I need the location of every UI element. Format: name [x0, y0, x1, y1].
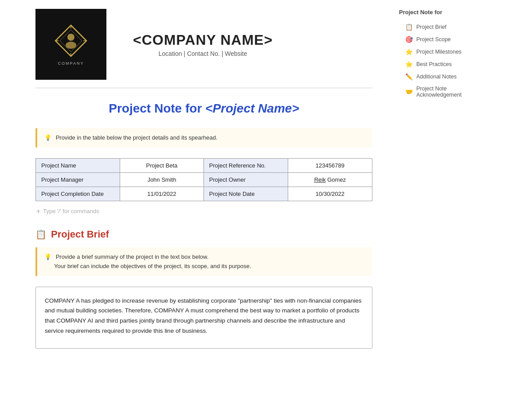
page-title-italic: <Project Name>: [205, 101, 299, 115]
header-section: COMPANY <COMPANY NAME> Location | Contac…: [35, 9, 372, 88]
info-box-1: 💡 Provide in the table below the project…: [35, 128, 372, 148]
sidebar-item-additional-notes[interactable]: ✏️ Additional Notes: [399, 71, 483, 82]
sidebar-label-scope: Project Scope: [416, 36, 451, 43]
sidebar-label-ack: Project Note Acknowledgement: [416, 86, 481, 98]
table-row: Project Completion Date 11/01/2022 Proje…: [36, 187, 372, 201]
table-row: Project Name Project Beta Project Refere…: [36, 158, 372, 172]
logo-diamond: [53, 23, 89, 58]
sidebar-icon-milestones: ⭐: [405, 48, 413, 55]
table-cell-label: Project Owner: [203, 172, 288, 187]
table-cell-label: Project Completion Date: [36, 187, 120, 201]
svg-point-2: [67, 34, 74, 41]
section-header-brief: 📋 Project Brief: [35, 229, 372, 240]
sidebar-label-best-practices: Best Practices: [416, 61, 452, 67]
brief-textbox[interactable]: COMPANY A has pledged to increase revenu…: [35, 287, 372, 349]
table-cell-value: 123456789: [288, 158, 372, 172]
sidebar-icon-ack: 🤝: [405, 88, 413, 95]
table-cell-label: Project Name: [36, 158, 120, 172]
sidebar-icon-notes: ✏️: [405, 73, 413, 80]
underline-name: Reik: [314, 176, 326, 183]
table-cell-label: Project Reference No.: [203, 158, 288, 172]
project-table: Project Name Project Beta Project Refere…: [35, 158, 372, 201]
sidebar-item-project-brief[interactable]: 📋 Project Brief: [399, 22, 483, 32]
command-line[interactable]: + Type '/' for commands: [35, 207, 372, 215]
sidebar-icon-brief: 📋: [405, 23, 413, 31]
sidebar: Project Note for 📋 Project Brief 🎯 Proje…: [390, 0, 488, 409]
table-cell-value: 10/30/2022: [288, 187, 372, 201]
brief-section-icon: 📋: [35, 229, 47, 240]
page-title-static: Project Note for: [109, 101, 205, 115]
project-brief-section: 📋 Project Brief 💡 Provide a brief summar…: [35, 229, 372, 349]
table-cell-value: 11/01/2022: [120, 187, 204, 201]
info-box-brief: 💡 Provide a brief summary of the project…: [35, 247, 372, 276]
info-box-1-text: 💡 Provide in the table below the project…: [44, 133, 365, 142]
page-title-area: Project Note for <Project Name>: [35, 101, 372, 116]
company-sub: Location | Contact No. | Website: [133, 50, 273, 57]
table-cell-label: Project Manager: [36, 172, 120, 187]
sidebar-label-brief: Project Brief: [416, 24, 446, 30]
company-label: COMPANY: [58, 61, 84, 66]
info-box-brief-line2: Your brief can include the objectives of…: [44, 262, 365, 271]
table-cell-value: Project Beta: [120, 158, 204, 172]
sidebar-title: Project Note for: [399, 9, 483, 16]
sidebar-item-project-milestones[interactable]: ⭐ Project Milestones: [399, 47, 483, 57]
table-row: Project Manager John Smith Project Owner…: [36, 172, 372, 187]
table-cell-value: Reik Gomez: [288, 172, 372, 187]
table-cell-label: Project Note Date: [203, 187, 288, 201]
sidebar-icon-best-practices: ⭐: [405, 61, 413, 68]
bulb-icon-2: 💡: [44, 253, 51, 260]
plus-icon: +: [36, 207, 40, 215]
bulb-icon-1: 💡: [44, 134, 51, 141]
command-placeholder: Type '/' for commands: [43, 208, 99, 214]
sidebar-item-acknowledgement[interactable]: 🤝 Project Note Acknowledgement: [399, 84, 483, 100]
company-name: <COMPANY NAME>: [133, 32, 273, 48]
info-box-brief-text: 💡 Provide a brief summary of the project…: [44, 253, 365, 261]
brief-content: COMPANY A has pledged to increase revenu…: [45, 297, 362, 335]
sidebar-label-milestones: Project Milestones: [416, 49, 462, 55]
sidebar-label-notes: Additional Notes: [416, 74, 457, 80]
page-title-heading: Project Note for <Project Name>: [109, 101, 299, 115]
sidebar-item-best-practices[interactable]: ⭐ Best Practices: [399, 59, 483, 70]
main-content: COMPANY <COMPANY NAME> Location | Contac…: [0, 0, 390, 409]
svg-point-3: [66, 42, 76, 49]
sidebar-icon-scope: 🎯: [405, 36, 413, 43]
header-title-area: <COMPANY NAME> Location | Contact No. | …: [133, 32, 273, 57]
brief-section-title: Project Brief: [51, 229, 109, 240]
table-cell-value: John Smith: [120, 172, 204, 187]
company-logo: COMPANY: [35, 9, 106, 80]
sidebar-item-project-scope[interactable]: 🎯 Project Scope: [399, 34, 483, 45]
